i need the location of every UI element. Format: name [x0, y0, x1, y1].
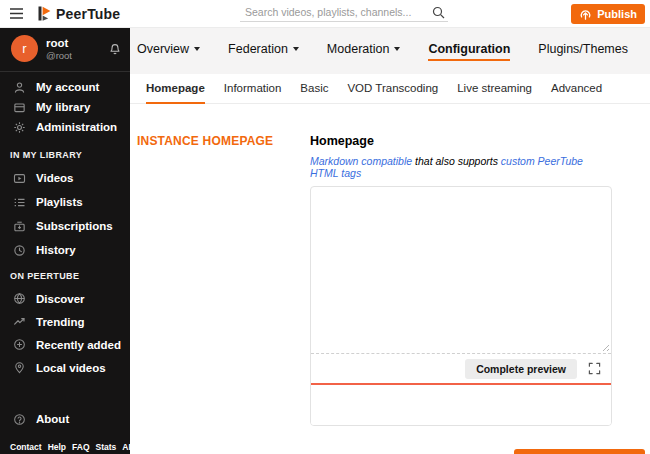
config-content: INSTANCE HOMEPAGE Homepage Markdown comp… [130, 104, 650, 454]
markdown-editor: Complete preview [310, 186, 612, 426]
top-header: PeerTube Publish [0, 0, 650, 28]
peertube-logo[interactable]: PeerTube [38, 6, 120, 22]
sidebar-item-playlists[interactable]: Playlists [0, 190, 130, 214]
caret-down-icon [293, 47, 299, 51]
upload-icon [579, 8, 592, 21]
user-handle: @root [46, 50, 106, 61]
markdown-preview-panel [311, 383, 611, 425]
sidebar-item-label: History [36, 244, 76, 256]
sidebar-item-label: Subscriptions [36, 220, 113, 232]
markdown-compatible-link[interactable]: Markdown compatible [310, 155, 412, 167]
textarea-wrap [311, 187, 611, 354]
admin-nav: Overview Federation Moderation Configura… [130, 28, 650, 74]
user-name: root [46, 37, 106, 50]
avatar[interactable]: r [11, 35, 38, 62]
field-label-homepage: Homepage [310, 134, 612, 148]
playlist-icon [12, 196, 26, 209]
footer-link-contact[interactable]: Contact [10, 442, 42, 452]
gear-icon [12, 121, 26, 134]
sidebar-item-trending[interactable]: Trending [0, 310, 130, 333]
map-pin-icon [12, 361, 26, 374]
sidebar-item-my-library[interactable]: My library [0, 97, 130, 117]
footer-link-stats[interactable]: Stats [96, 442, 117, 452]
globe-icon [12, 292, 26, 305]
sidebar-item-discover[interactable]: Discover [0, 287, 130, 310]
plus-circle-icon [12, 338, 26, 351]
admin-nav-label: Configuration [428, 42, 510, 56]
history-icon [12, 244, 26, 257]
admin-nav-moderation[interactable]: Moderation [327, 42, 401, 61]
caret-down-icon [194, 47, 200, 51]
footer-links-row: ContactHelpFAQStatsAPI [10, 441, 130, 453]
sidebar-footer: ContactHelpFAQStatsAPI Keyboard shortcut… [0, 441, 130, 454]
admin-nav-overview[interactable]: Overview [137, 42, 200, 61]
publish-label: Publish [597, 8, 637, 20]
sidebar-item-history[interactable]: History [0, 238, 130, 262]
publish-button[interactable]: Publish [571, 4, 645, 24]
complete-preview-button[interactable]: Complete preview [465, 359, 577, 379]
section-title-in-my-library: IN MY LIBRARY [0, 137, 130, 166]
tab-live-streaming[interactable]: Live streaming [457, 82, 532, 104]
sidebar-item-label: Trending [36, 316, 85, 328]
footer-link-help[interactable]: Help [48, 442, 66, 452]
admin-nav-configuration[interactable]: Configuration [428, 42, 510, 61]
form-column: Homepage Markdown compatible that also s… [310, 134, 612, 426]
footer-link-api[interactable]: API [122, 442, 130, 452]
sidebar-item-label: My account [36, 81, 99, 93]
admin-nav-federation[interactable]: Federation [228, 42, 299, 61]
library-icon [12, 101, 26, 114]
admin-nav-label: Federation [228, 42, 288, 56]
tab-information[interactable]: Information [224, 82, 282, 104]
hamburger-menu-icon[interactable] [6, 4, 27, 23]
sidebar-item-subscriptions[interactable]: Subscriptions [0, 214, 130, 238]
form-grid: INSTANCE HOMEPAGE Homepage Markdown comp… [137, 134, 650, 426]
admin-nav-label: Plugins/Themes [538, 42, 628, 56]
sidebar-item-about[interactable]: About [0, 408, 130, 430]
footer-link-faq[interactable]: FAQ [72, 442, 89, 452]
search-box [240, 3, 448, 22]
search-input[interactable] [240, 6, 429, 18]
sidebar-item-administration[interactable]: Administration [0, 117, 130, 137]
sidebar-item-label: Local videos [36, 362, 106, 374]
tab-basic[interactable]: Basic [300, 82, 328, 104]
person-icon [12, 81, 26, 94]
markdown-hint: Markdown compatible that also supports c… [310, 155, 612, 179]
app-title: PeerTube [56, 6, 120, 22]
tab-vod-transcoding[interactable]: VOD Transcoding [347, 82, 438, 104]
update-configuration-button[interactable]: Update configuration [514, 449, 645, 454]
peertube-logo-icon [38, 6, 51, 21]
submit-row: Update configuration [137, 449, 650, 454]
tab-homepage[interactable]: Homepage [146, 82, 205, 104]
sidebar-item-my-account[interactable]: My account [0, 77, 130, 97]
sidebar-item-label: About [36, 413, 69, 425]
editor-toolbar: Complete preview [311, 354, 611, 383]
admin-nav-plugins-themes[interactable]: Plugins/Themes [538, 42, 628, 61]
sidebar: r root @root My account My library Admin… [0, 28, 130, 454]
search-icon[interactable] [429, 6, 448, 19]
sidebar-item-label: Administration [36, 121, 117, 133]
admin-nav-label: Moderation [327, 42, 390, 56]
sidebar-item-recently-added[interactable]: Recently added [0, 333, 130, 356]
config-tabs: Homepage Information Basic VOD Transcodi… [130, 74, 650, 104]
question-circle-icon [12, 413, 26, 426]
sidebar-item-videos[interactable]: Videos [0, 166, 130, 190]
fullscreen-icon[interactable] [587, 361, 602, 376]
video-icon [12, 172, 26, 185]
user-block: r root @root [0, 28, 130, 72]
trending-icon [12, 315, 26, 328]
caret-down-icon [394, 47, 400, 51]
sidebar-item-label: Discover [36, 293, 85, 305]
user-names: root @root [46, 37, 106, 61]
section-label: INSTANCE HOMEPAGE [137, 134, 310, 426]
subscriptions-icon [12, 220, 26, 233]
admin-nav-label: Overview [137, 42, 189, 56]
notification-bell-icon[interactable] [106, 39, 124, 58]
homepage-textarea[interactable] [311, 187, 611, 353]
section-title-on-peertube: ON PEERTUBE [0, 262, 130, 287]
hint-middle-text: that also supports [412, 155, 501, 167]
sidebar-item-local-videos[interactable]: Local videos [0, 356, 130, 379]
sidebar-item-label: Playlists [36, 196, 83, 208]
sidebar-item-label: Videos [36, 172, 74, 184]
tab-advanced[interactable]: Advanced [551, 82, 602, 104]
sidebar-item-label: My library [36, 101, 90, 113]
